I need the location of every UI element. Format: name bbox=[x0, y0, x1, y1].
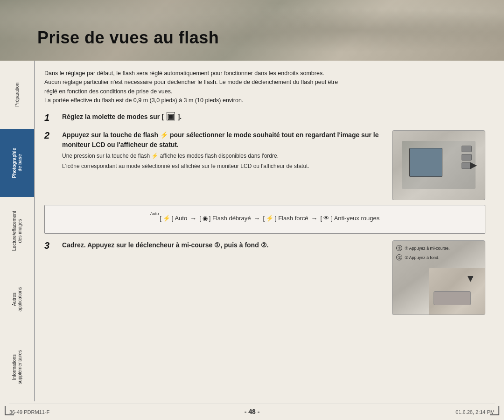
step-2-desc1: Une pression sur la touche de flash ⚡ af… bbox=[62, 152, 385, 160]
intro-line4: La portée effective du flash est de 0,9 … bbox=[44, 97, 243, 104]
flash-item-debraye: [ ◉ ] Flash débrayé bbox=[199, 215, 251, 222]
intro-line1: Dans le réglage par défaut, le flash ser… bbox=[44, 70, 324, 77]
footer-right: 01.6.28, 2:14 PM bbox=[455, 409, 495, 415]
sidebar-item-lecture[interactable]: Lecture/effacementdes images bbox=[0, 197, 35, 265]
camera-screen bbox=[409, 148, 442, 177]
sidebar-item-informations[interactable]: Informationssupplémentaires bbox=[0, 333, 35, 401]
intro-line3: réglé en fonction des conditions de pris… bbox=[44, 88, 172, 95]
step-3-layout: 3 Cadrez. Appuyez sur le déclencheur à m… bbox=[44, 240, 485, 315]
step-1-title: Réglez la molette de modes sur [ ▣ ]. bbox=[62, 112, 485, 122]
step-3-title: Cadrez. Appuyez sur le déclencheur à mi-… bbox=[62, 240, 385, 250]
annotation-1-text: ① Appuyez à mi-course. bbox=[405, 246, 450, 251]
shutter-annotations: ① ① Appuyez à mi-course. ② ② Appuyez à f… bbox=[396, 245, 450, 261]
flash-item-antiyeux: [ 👁 ] Anti-yeux rouges bbox=[321, 215, 380, 222]
camera-hand-bg: ▼ bbox=[429, 268, 485, 315]
circle-2: ② bbox=[396, 254, 402, 260]
camera-body: ▶ bbox=[402, 141, 476, 189]
step-1-number: 1 bbox=[44, 112, 58, 123]
intro-text: Dans le réglage par défaut, le flash ser… bbox=[44, 69, 485, 105]
step-1-content: Réglez la molette de modes sur [ ▣ ]. bbox=[62, 112, 485, 124]
shutter-image: ① ① Appuyez à mi-course. ② ② Appuyez à f… bbox=[392, 240, 485, 315]
step-1: 1 Réglez la molette de modes sur [ ▣ ]. bbox=[44, 112, 485, 124]
camera-image: ▶ bbox=[392, 130, 485, 200]
flash-item-force: [ ⚡ ] Flash forcé bbox=[263, 215, 308, 222]
annotation-2-text: ② Appuyez à fond. bbox=[405, 255, 440, 260]
footer-center: 48 bbox=[250, 409, 255, 415]
step-2-content: Appuyez sur la touche de flash ⚡ pour sé… bbox=[62, 130, 385, 170]
circle-1: ① bbox=[396, 245, 402, 251]
footer-left: 36-49 PDRM11-F bbox=[9, 409, 49, 415]
step-2-number: 2 bbox=[44, 130, 58, 141]
flash-arrow-1: → bbox=[190, 215, 196, 222]
sidebar-label-preparation: Préparation bbox=[14, 83, 20, 107]
flash-arrow-3: → bbox=[311, 215, 318, 222]
shutter-button-area bbox=[434, 291, 471, 305]
sidebar-item-photographie[interactable]: Photographiede base bbox=[0, 129, 35, 197]
cam-arrow: ▶ bbox=[470, 160, 476, 170]
step-2-layout: 2 Appuyez sur la touche de flash ⚡ pour … bbox=[44, 130, 485, 200]
intro-line2: Aucun réglage particulier n'est nécessai… bbox=[44, 79, 338, 85]
sidebar-label-lecture: Lecture/effacementdes images bbox=[12, 211, 23, 251]
flash-diagram: Auto [ ⚡ ] Auto → [ ◉ ] Flash débrayé → … bbox=[44, 205, 485, 234]
main-content: Dans le réglage par défaut, le flash ser… bbox=[35, 61, 495, 401]
step-3-number: 3 bbox=[44, 240, 58, 251]
annotation-2: ② ② Appuyez à fond. bbox=[396, 254, 450, 261]
sidebar-item-preparation[interactable]: Préparation bbox=[0, 61, 35, 129]
auto-superscript: Auto bbox=[150, 211, 159, 216]
sidebar-item-autres[interactable]: Autresapplications bbox=[0, 265, 35, 333]
footer: 36-49 PDRM11-F 48 01.6.28, 2:14 PM bbox=[9, 404, 495, 420]
flash-item-auto: [ ⚡ ] Auto bbox=[160, 215, 187, 222]
sidebar-label-autres: Autresapplications bbox=[12, 287, 23, 312]
step-3-content: Cadrez. Appuyez sur le déclencheur à mi-… bbox=[62, 240, 385, 252]
sidebar-label-photographie: Photographiede base bbox=[12, 148, 23, 178]
cam-btn-1 bbox=[462, 146, 472, 152]
flash-mode-sequence: Auto [ ⚡ ] Auto → [ ◉ ] Flash débrayé → … bbox=[150, 215, 379, 222]
hand-on-camera: ▼ bbox=[429, 268, 485, 315]
step-2-desc2: L'icône correspondant au mode sélectionn… bbox=[62, 162, 385, 170]
sidebar-label-informations: Informationssupplémentaires bbox=[12, 350, 23, 384]
page-title: Prise de vues au flash bbox=[37, 28, 219, 48]
annotation-1: ① ① Appuyez à mi-course. bbox=[396, 245, 450, 252]
step-2-title: Appuyez sur la touche de flash ⚡ pour sé… bbox=[62, 130, 385, 150]
press-arrow: ▼ bbox=[465, 273, 476, 285]
sidebar: Préparation Photographiede base Lecture/… bbox=[0, 61, 35, 401]
flash-arrow-2: → bbox=[253, 215, 260, 222]
